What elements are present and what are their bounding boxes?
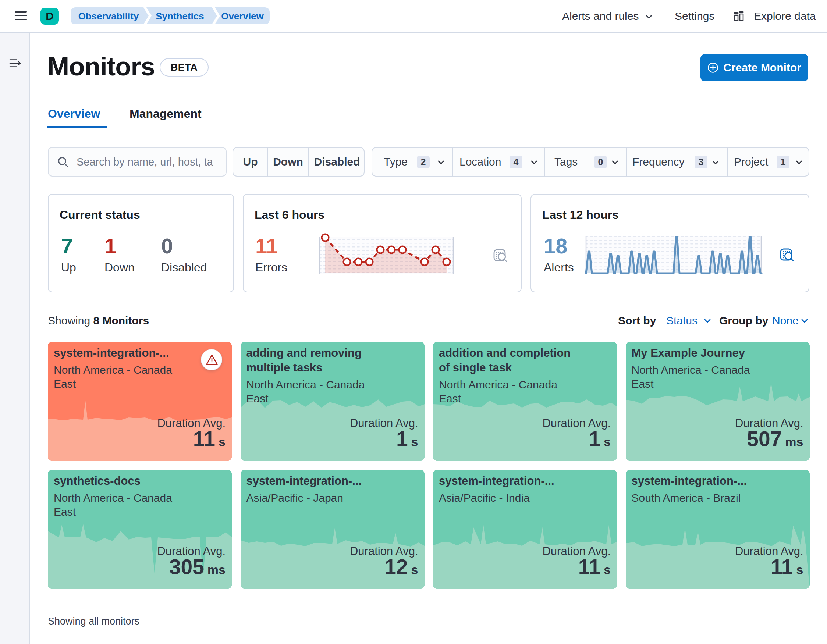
svg-text:Overview: Overview <box>221 11 264 22</box>
svg-text:Synthetics: Synthetics <box>156 11 204 22</box>
svg-text:Observability: Observability <box>78 11 139 22</box>
